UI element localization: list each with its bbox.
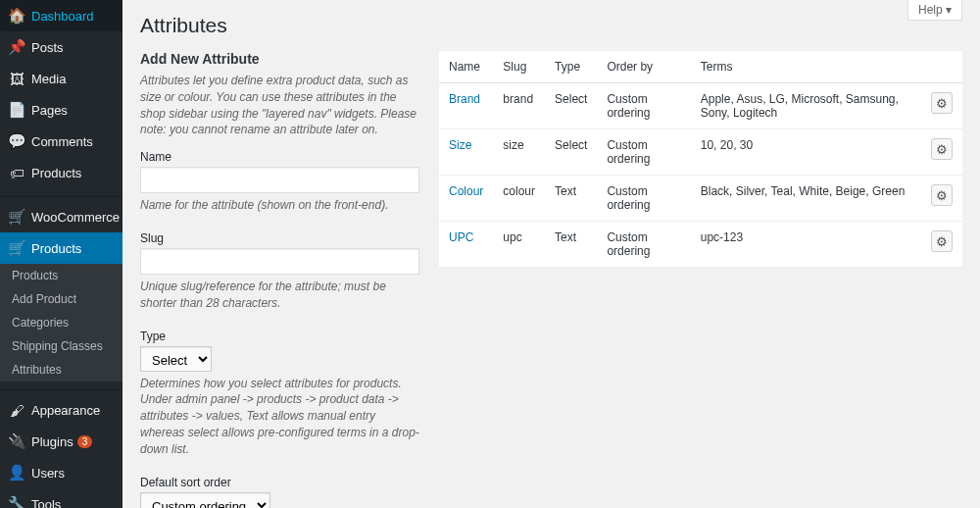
sidebar-item-woocommerce[interactable]: 🛒WooCommerce [0, 201, 122, 232]
sidebar-item-media[interactable]: 🖼Media [0, 63, 122, 94]
update-badge: 3 [77, 435, 93, 448]
attribute-type: Text [545, 222, 597, 268]
menu-label: Pages [31, 103, 68, 118]
menu-label: Dashboard [31, 9, 94, 24]
name-input[interactable] [140, 167, 419, 193]
attribute-terms: upc-123 [691, 222, 921, 268]
name-label: Name [140, 150, 419, 164]
table-row: BrandbrandSelectCustom orderingApple, As… [439, 83, 962, 129]
sidebar-item-products[interactable]: 🛒Products [0, 232, 122, 264]
sidebar-item-products[interactable]: 🏷Products [0, 157, 122, 188]
form-heading: Add New Attribute [140, 51, 419, 67]
menu-icon: 💬 [8, 132, 25, 150]
main-content: Help ▾ Attributes Add New Attribute Attr… [122, 0, 980, 508]
menu-icon: 🏠 [8, 7, 25, 25]
attribute-slug: size [493, 129, 545, 176]
menu-icon: 🔧 [8, 495, 25, 508]
sidebar-item-pages[interactable]: 📄Pages [0, 94, 122, 126]
type-help: Determines how you select attributes for… [140, 376, 419, 458]
submenu-item-add-product[interactable]: Add Product [0, 287, 122, 311]
sidebar-item-posts[interactable]: 📌Posts [0, 31, 122, 63]
menu-icon: 🛒 [8, 208, 25, 226]
attribute-slug: colour [493, 176, 545, 222]
slug-label: Slug [140, 231, 419, 245]
col-header: Order by [597, 51, 690, 83]
menu-icon: 📌 [8, 38, 25, 56]
attribute-type: Select [545, 129, 597, 176]
menu-label: Users [31, 466, 65, 481]
table-row: ColourcolourTextCustom orderingBlack, Si… [439, 176, 962, 222]
submenu-item-attributes[interactable]: Attributes [0, 358, 122, 381]
menu-label: Comments [31, 134, 93, 149]
configure-button[interactable]: ⚙ [931, 92, 953, 114]
submenu-item-shipping-classes[interactable]: Shipping Classes [0, 334, 122, 358]
attribute-terms: Black, Silver, Teal, White, Beige, Green [691, 176, 921, 222]
menu-icon: 🏷 [8, 164, 25, 181]
sort-label: Default sort order [140, 476, 419, 489]
menu-icon: 👤 [8, 464, 25, 482]
configure-button[interactable]: ⚙ [931, 230, 953, 252]
menu-icon: 🖌 [8, 401, 25, 419]
gear-icon: ⚙ [936, 188, 948, 203]
sidebar-item-plugins[interactable]: 🔌Plugins3 [0, 426, 122, 457]
menu-label: Appearance [31, 403, 100, 418]
type-select[interactable]: Select [140, 346, 212, 372]
slug-input[interactable] [140, 248, 419, 275]
attribute-order: Custom ordering [597, 222, 690, 268]
attribute-name-link[interactable]: Size [449, 138, 471, 152]
col-header: Name [439, 51, 493, 83]
col-header: Slug [493, 51, 545, 83]
col-header: Terms [691, 51, 921, 83]
gear-icon: ⚙ [936, 234, 948, 249]
attribute-terms: 10, 20, 30 [691, 129, 921, 176]
admin-sidebar: 🏠Dashboard📌Posts🖼Media📄Pages💬Comments🏷Pr… [0, 0, 122, 508]
attribute-slug: upc [493, 222, 545, 268]
attribute-order: Custom ordering [597, 176, 690, 222]
configure-button[interactable]: ⚙ [931, 138, 953, 160]
type-label: Type [140, 330, 419, 343]
menu-label: Products [31, 166, 81, 180]
form-intro: Attributes let you define extra product … [140, 73, 419, 138]
menu-icon: 🖼 [8, 70, 25, 87]
menu-label: Products [31, 241, 81, 256]
attributes-table: NameSlugTypeOrder byTerms BrandbrandSele… [439, 51, 962, 268]
help-tab[interactable]: Help ▾ [907, 0, 962, 21]
menu-label: Posts [31, 40, 64, 55]
table-row: UPCupcTextCustom orderingupc-123⚙ [439, 222, 962, 268]
sort-select[interactable]: Custom ordering [140, 492, 270, 508]
add-attribute-form: Add New Attribute Attributes let you def… [140, 51, 419, 508]
col-header: Type [545, 51, 597, 83]
slug-help: Unique slug/reference for the attribute;… [140, 279, 419, 312]
menu-icon: 🔌 [8, 432, 25, 450]
table-row: SizesizeSelectCustom ordering10, 20, 30⚙ [439, 129, 962, 176]
sidebar-item-appearance[interactable]: 🖌Appearance [0, 394, 122, 426]
attribute-name-link[interactable]: UPC [449, 230, 473, 244]
attribute-terms: Apple, Asus, LG, Microsoft, Samsung, Son… [691, 83, 921, 129]
sidebar-item-tools[interactable]: 🔧Tools [0, 488, 122, 508]
menu-icon: 🛒 [8, 239, 25, 257]
sidebar-item-users[interactable]: 👤Users [0, 457, 122, 488]
attribute-type: Select [545, 83, 597, 129]
name-help: Name for the attribute (shown on the fro… [140, 197, 419, 214]
menu-label: Tools [31, 497, 61, 509]
gear-icon: ⚙ [936, 96, 948, 111]
sidebar-item-comments[interactable]: 💬Comments [0, 126, 122, 157]
submenu-item-products[interactable]: Products [0, 264, 122, 287]
attribute-slug: brand [493, 83, 545, 129]
page-title: Attributes [140, 14, 962, 37]
attribute-name-link[interactable]: Brand [449, 92, 480, 106]
sidebar-item-dashboard[interactable]: 🏠Dashboard [0, 0, 122, 31]
submenu-item-categories[interactable]: Categories [0, 311, 122, 334]
gear-icon: ⚙ [936, 142, 948, 157]
menu-label: WooCommerce [31, 210, 120, 225]
menu-icon: 📄 [8, 101, 25, 119]
configure-button[interactable]: ⚙ [931, 184, 953, 206]
attribute-type: Text [545, 176, 597, 222]
menu-label: Plugins [31, 434, 74, 449]
attribute-order: Custom ordering [597, 83, 690, 129]
attribute-name-link[interactable]: Colour [449, 184, 483, 198]
menu-label: Media [31, 72, 66, 86]
attribute-order: Custom ordering [597, 129, 690, 176]
